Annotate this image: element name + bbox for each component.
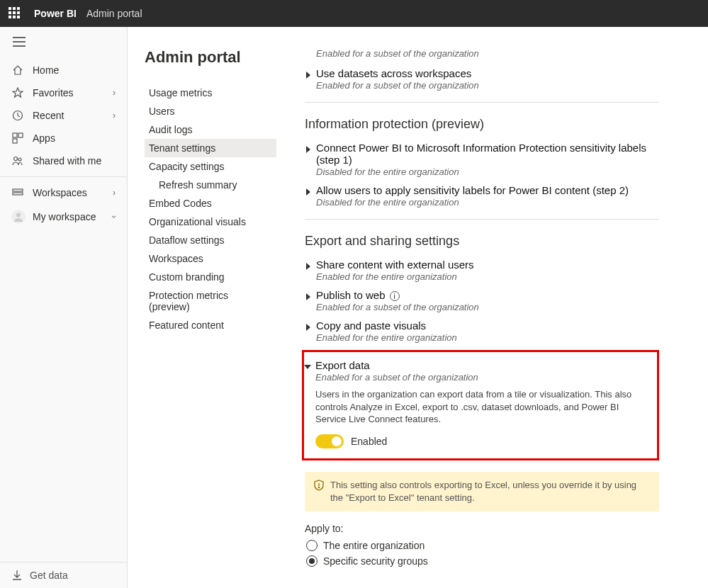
radio-label: Specific security groups [323,555,428,567]
setting-connect-mip[interactable]: Connect Power BI to Microsoft Informatio… [305,142,659,177]
menu-protection-metrics[interactable]: Protection metrics (preview) [145,286,276,316]
admin-menu: Admin portal Usage metrics Users Audit l… [128,27,276,588]
top-bar: Power BI Admin portal [0,0,708,27]
caret-down-icon[interactable] [304,361,315,373]
menu-organizational-visuals[interactable]: Organizational visuals [145,213,276,231]
nav-label: Favorites [33,87,113,98]
nav-label: Workspaces [33,187,113,198]
caret-right-icon[interactable] [305,144,316,155]
apply-to-label: Apply to: [305,523,659,534]
setting-status: Enabled for a subset of the organization [316,48,659,59]
shield-icon [313,480,325,494]
setting-export-data[interactable]: Export data Enabled for a subset of the … [304,359,648,383]
caret-right-icon[interactable] [305,186,316,198]
setting-status: Enabled for a subset of the organization [316,302,659,312]
menu-audit-logs[interactable]: Audit logs [145,120,276,139]
menu-custom-branding[interactable]: Custom branding [145,268,276,286]
setting-title: Use datasets across workspaces [316,67,659,79]
radio-icon [306,540,318,551]
svg-point-8 [18,158,21,161]
nav-recent[interactable]: Recent › [0,104,127,127]
caret-right-icon[interactable] [305,69,316,81]
app-launcher-icon[interactable] [9,7,21,20]
svg-point-11 [16,213,21,217]
chevron-down-icon: › [109,215,119,218]
section-information-protection: Information protection (preview) [305,117,659,132]
nav-shared[interactable]: Shared with me [0,149,127,172]
info-icon[interactable]: i [390,291,400,301]
nav-label: My workspace [33,211,113,222]
svg-rect-4 [13,133,17,137]
nav-label: Recent [33,110,113,121]
setting-status: Enabled for the entire organization [316,332,659,343]
nav-apps[interactable]: Apps [0,127,127,149]
clock-icon [11,110,24,121]
setting-publish-web[interactable]: Publish to webi Enabled for a subset of … [305,289,659,312]
section-label: Admin portal [86,8,142,19]
nav-home[interactable]: Home [0,59,127,81]
get-data-icon [11,570,23,581]
settings-content: Enabled for a subset of the organization… [276,27,708,588]
nav-workspaces[interactable]: Workspaces › [0,181,127,204]
svg-rect-5 [18,133,23,137]
nav-label: Shared with me [33,155,116,166]
menu-refresh-summary[interactable]: Refresh summary [145,176,276,194]
menu-users[interactable]: Users [145,102,276,120]
avatar-icon [11,210,26,224]
nav-label: Home [33,64,116,76]
setting-title: Publish to webi [316,289,659,301]
setting-description: Users in the organization can export dat… [315,388,648,426]
setting-title: Allow users to apply sensitivity labels … [316,184,659,196]
svg-rect-10 [13,193,23,195]
page-title: Admin portal [145,48,276,67]
radio-icon [306,555,318,567]
menu-featured-content[interactable]: Featured content [145,316,276,334]
menu-tenant-settings[interactable]: Tenant settings [145,139,276,157]
menu-usage-metrics[interactable]: Usage metrics [145,84,276,102]
setting-status: Enabled for a subset of the organization [315,372,648,383]
menu-capacity-settings[interactable]: Capacity settings [145,157,276,176]
get-data-label: Get data [30,570,68,581]
info-note: This setting also controls exporting to … [305,472,659,511]
setting-status: Disabled for the entire organization [316,197,659,208]
svg-rect-6 [13,139,17,143]
setting-share-external[interactable]: Share content with external users Enable… [305,259,659,282]
caret-right-icon[interactable] [305,322,316,333]
setting-use-datasets[interactable]: Use datasets across workspaces Enabled f… [305,67,659,91]
nav-favorites[interactable]: Favorites › [0,81,127,104]
radio-label: The entire organization [323,540,425,551]
get-data-button[interactable]: Get data [0,562,127,588]
nav-label: Apps [33,132,116,144]
star-icon [11,87,24,98]
setting-title: Connect Power BI to Microsoft Informatio… [316,142,659,166]
svg-point-13 [318,487,319,487]
setting-title: Copy and paste visuals [316,320,659,332]
menu-embed-codes[interactable]: Embed Codes [145,194,276,213]
radio-specific-groups[interactable]: Specific security groups [306,555,659,567]
caret-right-icon[interactable] [305,261,316,272]
chevron-right-icon: › [113,188,116,198]
nav-my-workspace[interactable]: My workspace › [0,204,127,230]
setting-status: Enabled for the entire organization [316,271,659,282]
left-nav: Home Favorites › Recent › Apps Shared wi… [0,27,128,588]
section-export-sharing: Export and sharing settings [305,234,659,249]
home-icon [11,64,24,76]
shared-icon [11,155,24,166]
menu-workspaces[interactable]: Workspaces [145,249,276,268]
setting-status: Enabled for a subset of the organization [316,80,659,91]
chevron-right-icon: › [113,111,116,120]
caret-right-icon[interactable] [305,291,316,303]
export-data-highlight: Export data Enabled for a subset of the … [302,350,659,460]
setting-status: Disabled for the entire organization [316,166,659,177]
chevron-right-icon: › [113,88,116,98]
toggle-label: Enabled [351,436,387,447]
setting-copy-paste[interactable]: Copy and paste visuals Enabled for the e… [305,320,659,343]
note-text: This setting also controls exporting to … [330,479,651,504]
hamburger-icon[interactable] [0,27,127,59]
svg-point-7 [14,157,18,161]
radio-entire-org[interactable]: The entire organization [306,540,659,551]
menu-dataflow-settings[interactable]: Dataflow settings [145,231,276,249]
setting-title: Share content with external users [316,259,659,271]
enabled-toggle[interactable] [315,434,344,448]
setting-apply-labels[interactable]: Allow users to apply sensitivity labels … [305,184,659,208]
